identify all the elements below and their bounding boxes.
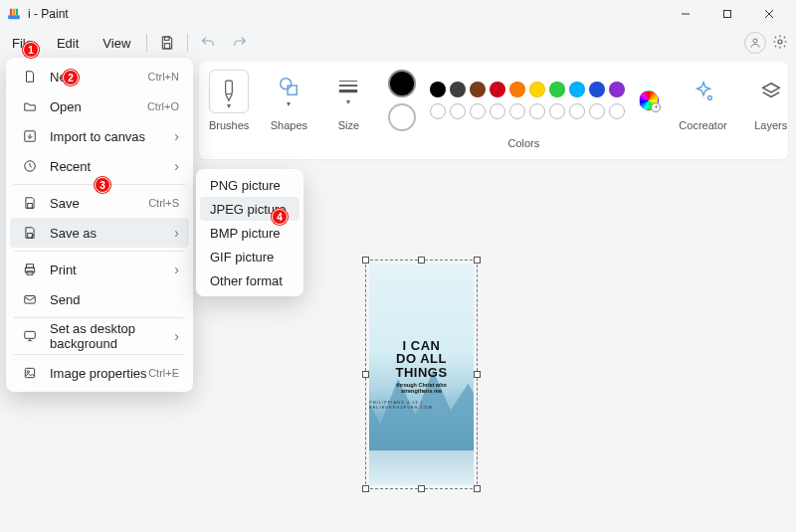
color-swatch[interactable] [450, 82, 466, 97]
color-swatch[interactable] [609, 82, 625, 97]
svg-point-11 [778, 40, 782, 44]
ribbon-label-shapes: Shapes [271, 119, 307, 131]
file-menu-dropdown: NewCtrl+NOpenCtrl+OImport to canvasRecen… [6, 58, 193, 392]
saveas-submenu: PNG pictureJPEG pictureBMP pictureGIF pi… [196, 169, 303, 296]
shapes-button[interactable]: ▾ [269, 70, 308, 113]
color-swatch[interactable] [470, 82, 486, 97]
submenu-indicator-icon [174, 328, 179, 344]
file-menu-item[interactable]: Import to canvas [10, 121, 189, 151]
save-quick-button[interactable] [151, 29, 183, 57]
resize-handle-nw[interactable] [362, 257, 369, 264]
color-swatch-empty[interactable] [430, 103, 446, 119]
color-swatch-empty[interactable] [549, 103, 565, 119]
size-button[interactable]: ▾ [328, 70, 368, 113]
svg-rect-21 [28, 204, 33, 209]
file-menu-item[interactable]: Set as desktop background [10, 321, 189, 351]
color-palette [430, 82, 625, 119]
brushes-button[interactable]: ▾ [209, 70, 249, 113]
resize-handle-e[interactable] [474, 371, 481, 378]
file-menu-item[interactable]: Save as [10, 218, 189, 248]
primary-color-swatch[interactable] [388, 70, 416, 97]
menu-bar: File Edit View [0, 28, 796, 58]
submenu-indicator-icon [174, 262, 179, 277]
ribbon-group-colors: + Colors [388, 70, 659, 149]
file-menu-item[interactable]: OpenCtrl+O [10, 91, 189, 121]
menu-edit[interactable]: Edit [45, 32, 91, 55]
resize-handle-s[interactable] [418, 485, 425, 492]
color-swatch-empty[interactable] [529, 103, 545, 119]
saveas-menu-item[interactable]: Other format [200, 268, 299, 292]
color-swatch-empty[interactable] [509, 103, 525, 119]
ribbon-label-colors: Colors [507, 137, 539, 149]
svg-rect-2 [13, 9, 15, 15]
file-menu-item[interactable]: Print [10, 255, 189, 284]
saveas-menu-item[interactable]: BMP picture [200, 221, 299, 245]
file-menu-item[interactable]: NewCtrl+N [10, 62, 189, 91]
secondary-color-swatch[interactable] [388, 103, 416, 131]
color-swatch[interactable] [589, 82, 605, 97]
menu-item-label: Send [50, 292, 179, 307]
recent-icon [20, 159, 40, 173]
svg-rect-1 [10, 9, 12, 15]
color-swatch[interactable] [569, 82, 585, 97]
menu-separator [14, 354, 185, 355]
resize-handle-se[interactable] [474, 485, 481, 492]
color-swatch[interactable] [490, 82, 505, 97]
submenu-indicator-icon [174, 128, 179, 144]
layers-button[interactable] [747, 70, 795, 113]
undo-button[interactable] [192, 29, 224, 57]
cocreator-button[interactable] [680, 70, 727, 113]
color-swatch-empty[interactable] [470, 103, 486, 119]
open-icon [20, 99, 40, 113]
shortcut-label: Ctrl+N [148, 71, 179, 83]
color-swatch[interactable] [509, 82, 525, 97]
color-swatch-empty[interactable] [450, 103, 466, 119]
color-picker-button[interactable]: + [639, 90, 659, 110]
color-swatch-empty[interactable] [490, 103, 505, 119]
menu-separator [14, 317, 185, 318]
ribbon-group-shapes: ▾ Shapes [269, 70, 308, 131]
menu-view[interactable]: View [91, 32, 142, 55]
resize-handle-n[interactable] [418, 257, 425, 264]
maximize-button[interactable] [706, 0, 748, 28]
resize-handle-ne[interactable] [474, 257, 481, 264]
props-icon [20, 366, 40, 380]
svg-rect-14 [288, 86, 297, 94]
print-icon [20, 263, 40, 276]
ribbon-toolbar: ▾ Brushes ▾ Shapes ▾ Size [199, 62, 788, 159]
file-menu-item[interactable]: Image propertiesCtrl+E [10, 358, 189, 388]
ribbon-label-layers: Layers [754, 119, 787, 131]
image-text-line3: THINGS [395, 366, 447, 380]
saveas-menu-item[interactable]: GIF picture [200, 245, 299, 268]
color-swatch[interactable] [549, 82, 565, 97]
color-swatch-empty[interactable] [569, 103, 585, 119]
saveas-icon [20, 226, 40, 240]
color-swatch[interactable] [529, 82, 545, 97]
shortcut-label: Ctrl+O [147, 100, 179, 112]
close-button[interactable] [748, 0, 790, 28]
saveas-menu-item[interactable]: PNG picture [200, 173, 299, 197]
minimize-button[interactable] [665, 0, 706, 28]
resize-handle-sw[interactable] [362, 485, 369, 492]
redo-button[interactable] [224, 29, 256, 57]
resize-handle-w[interactable] [362, 371, 369, 378]
file-menu-item[interactable]: Send [10, 284, 189, 314]
menu-separator [146, 34, 147, 52]
selection-box[interactable]: I CAN DO ALL THINGS through Christ whost… [365, 260, 478, 489]
color-swatch[interactable] [430, 82, 446, 97]
account-button[interactable] [744, 32, 766, 54]
color-swatch-empty[interactable] [589, 103, 605, 119]
color-swatch-empty[interactable] [609, 103, 625, 119]
title-bar: i - Paint [0, 0, 796, 28]
settings-button[interactable] [772, 34, 788, 53]
annotation-badge-1: 1 [23, 42, 39, 58]
svg-rect-28 [25, 368, 34, 377]
annotation-badge-3: 3 [95, 177, 110, 193]
svg-rect-26 [25, 296, 36, 304]
ribbon-group-cocreator: Cocreator [679, 70, 726, 131]
window-title: i - Paint [28, 7, 665, 21]
ribbon-group-brushes: ▾ Brushes [209, 70, 249, 131]
chevron-down-icon: ▾ [287, 99, 291, 108]
svg-rect-27 [25, 331, 36, 338]
menu-item-label: Save [50, 196, 148, 211]
